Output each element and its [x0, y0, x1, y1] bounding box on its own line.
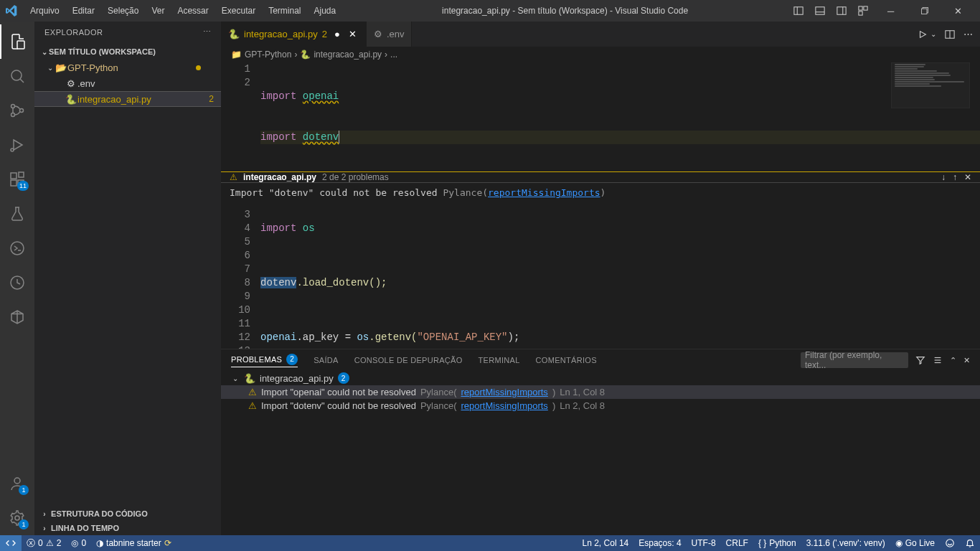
status-bell-icon[interactable]	[960, 535, 980, 551]
workspace-root[interactable]: ⌄ SEM TÍTULO (WORKSPACE)	[34, 44, 221, 60]
extensions-badge: 11	[17, 181, 29, 191]
window-close[interactable]: ✕	[942, 0, 974, 22]
activity-tabnine-icon[interactable]	[0, 231, 34, 265]
more-icon[interactable]: ⋯	[963, 29, 973, 39]
run-dropdown-icon[interactable]: ⌄	[930, 30, 936, 38]
folder-gpt-python[interactable]: ⌄ 📂 GPT-Python	[34, 60, 221, 75]
menu-ver[interactable]: Ver	[146, 3, 170, 19]
menu-bar: Arquivo Editar Seleção Ver Acessar Execu…	[24, 3, 341, 19]
chevron-right-icon: ›	[385, 50, 387, 60]
svg-rect-22	[19, 172, 24, 177]
activity-settings-icon[interactable]: 1	[0, 501, 34, 535]
tabnine-icon: ◑	[96, 538, 103, 548]
chevron-down-icon: ⌄	[40, 48, 49, 56]
warning-icon: ⚠	[248, 387, 257, 397]
status-ports[interactable]: ◎0	[66, 535, 91, 551]
minimap[interactable]	[891, 62, 970, 108]
activity-account-icon[interactable]: 1	[0, 466, 34, 501]
menu-terminal[interactable]: Terminal	[263, 3, 306, 19]
activity-docker-icon[interactable]	[0, 300, 34, 334]
close-icon[interactable]: ✕	[964, 172, 971, 182]
menu-selecao[interactable]: Seleção	[102, 3, 144, 19]
problems-filter-input[interactable]: Filtrar (por exemplo, text...	[801, 352, 908, 368]
activity-run-icon[interactable]	[0, 128, 34, 162]
panel-tab-comments[interactable]: COMENTÁRIOS	[536, 356, 597, 364]
panel-tab-problems[interactable]: PROBLEMAS2	[231, 354, 298, 367]
layout-primary-icon[interactable]	[788, 1, 809, 21]
breadcrumb-folder[interactable]: GPT-Python	[245, 50, 291, 60]
menu-editar[interactable]: Editar	[67, 3, 100, 19]
breadcrumbs[interactable]: 📁 GPT-Python › 🐍 integracao_api.py › ...	[221, 47, 980, 62]
inline-file: integracao_api.py	[243, 172, 316, 182]
collapse-all-icon[interactable]	[933, 355, 943, 365]
close-panel-icon[interactable]: ✕	[963, 356, 970, 365]
python-file-icon: 🐍	[244, 373, 255, 384]
file-env[interactable]: ⚙ .env	[34, 75, 221, 91]
menu-acessar[interactable]: Acessar	[171, 3, 214, 19]
problem-row-2[interactable]: ⚠ Import "dotenv" could not be resolved …	[221, 399, 980, 413]
customize-layout-icon[interactable]	[853, 1, 873, 21]
problem-link[interactable]: reportMissingImports	[488, 187, 600, 198]
breadcrumb-file[interactable]: integracao_api.py	[314, 50, 382, 60]
status-language[interactable]: { }Python	[753, 535, 801, 551]
status-lncol[interactable]: Ln 2, Col 14	[578, 535, 634, 551]
status-spaces[interactable]: Espaços: 4	[633, 535, 686, 551]
panel-tab-terminal[interactable]: TERMINAL	[479, 356, 520, 364]
arrow-down-icon[interactable]: ↓	[941, 172, 946, 182]
split-editor-icon[interactable]	[945, 29, 955, 39]
section-outline[interactable]: › ESTRUTURA DO CÓDIGO	[34, 507, 221, 521]
status-go-live[interactable]: ◉Go Live	[890, 535, 940, 551]
svg-point-33	[946, 540, 954, 547]
activity-extensions-icon[interactable]: 11	[0, 162, 34, 197]
tab-env[interactable]: ⚙ .env	[367, 22, 413, 47]
maximize-panel-icon[interactable]: ⌃	[950, 356, 956, 365]
activity-explorer-icon[interactable]	[0, 24, 34, 59]
layout-secondary-icon[interactable]	[831, 1, 852, 21]
status-errors-warnings[interactable]: ⓧ0 ⚠2	[22, 535, 66, 551]
window-title: integracao_api.py - Sem título (Workspac…	[341, 6, 788, 16]
file-integracao-api[interactable]: 🐍 integracao_api.py 2	[34, 91, 221, 107]
svg-point-26	[15, 516, 19, 520]
activity-scm-icon[interactable]	[0, 93, 34, 128]
gear-icon: ⚙	[65, 78, 77, 89]
section-timeline[interactable]: › LINHA DO TEMPO	[34, 521, 221, 535]
remote-indicator[interactable]	[0, 535, 22, 551]
svg-point-16	[20, 109, 24, 113]
status-errors-count: 0	[38, 538, 43, 548]
activity-test-icon[interactable]	[0, 197, 34, 231]
window-maximize[interactable]	[908, 0, 941, 22]
folder-open-icon: 📂	[55, 62, 67, 73]
activity-search-icon[interactable]	[0, 59, 34, 93]
menu-ajuda[interactable]: Ajuda	[308, 3, 342, 19]
panel-tab-output[interactable]: SAÍDA	[314, 356, 339, 364]
problem-link[interactable]: reportMissingImports	[461, 400, 548, 411]
close-icon[interactable]: ✕	[347, 29, 359, 40]
code-editor[interactable]: 12 import openai import dotenv ⚠ integra…	[221, 62, 980, 349]
arrow-up-icon[interactable]: ↑	[953, 172, 957, 182]
svg-point-25	[14, 478, 20, 484]
layout-panel-icon[interactable]	[810, 1, 830, 21]
svg-rect-20	[11, 180, 17, 186]
statusbar: ⓧ0 ⚠2 ◎0 ◑tabnine starter⟳ Ln 2, Col 14 …	[0, 535, 980, 551]
chevron-right-icon: ›	[40, 524, 49, 532]
problem-row-1[interactable]: ⚠ Import "openai" could not be resolved …	[221, 385, 980, 399]
status-tabnine[interactable]: ◑tabnine starter⟳	[91, 535, 176, 551]
status-interpreter[interactable]: 3.11.6 ('.venv': venv)	[801, 535, 890, 551]
filter-icon[interactable]	[915, 355, 925, 365]
problem-link[interactable]: reportMissingImports	[461, 387, 548, 397]
menu-arquivo[interactable]: Arquivo	[24, 3, 65, 19]
problem-close-paren: )	[600, 187, 606, 198]
run-icon[interactable]	[918, 29, 928, 39]
status-encoding[interactable]: UTF-8	[687, 535, 721, 551]
activity-liveshare-icon[interactable]	[0, 265, 34, 300]
problems-file-group[interactable]: ⌄ 🐍 integracao_api.py 2	[221, 371, 980, 385]
menu-executar[interactable]: Executar	[216, 3, 261, 19]
status-eol[interactable]: CRLF	[721, 535, 753, 551]
breadcrumb-more[interactable]: ...	[390, 50, 397, 60]
panel-tab-debug-console[interactable]: CONSOLE DE DEPURAÇÃO	[354, 356, 463, 364]
status-feedback-icon[interactable]	[940, 535, 960, 551]
window-minimize[interactable]: ─	[875, 0, 907, 22]
tab-integracao-api[interactable]: 🐍 integracao_api.py 2 ● ✕	[221, 22, 367, 47]
sidebar-more-icon[interactable]: ⋯	[203, 27, 212, 37]
dot-modified-icon[interactable]: ●	[331, 29, 343, 40]
